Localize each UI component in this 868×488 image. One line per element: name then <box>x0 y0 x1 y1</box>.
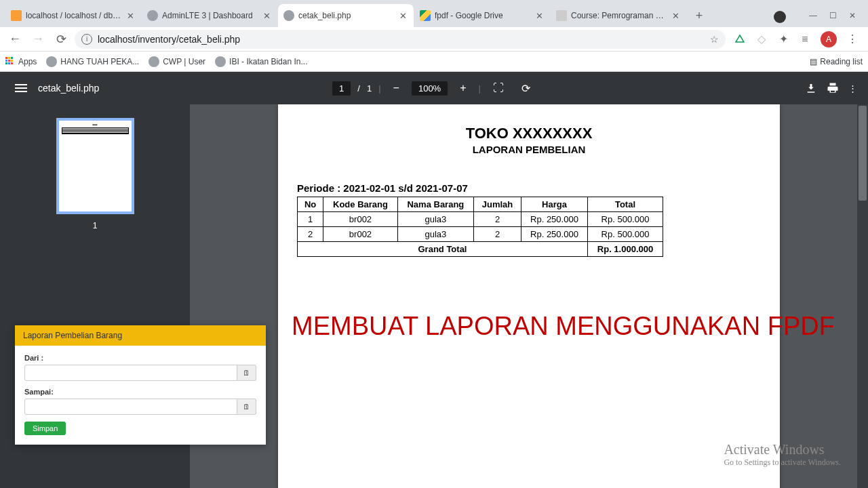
print-button[interactable] <box>827 82 839 94</box>
drive-icon[interactable] <box>734 33 746 45</box>
rotate-button[interactable]: ⟳ <box>516 78 536 99</box>
windows-watermark: Activate Windows Go to Settings to activ… <box>724 442 841 468</box>
form-panel: Laporan Pembelian Barang Dari : 🗓 Sampai… <box>15 325 266 445</box>
label-sampai: Sampai: <box>24 388 256 396</box>
favicon <box>556 10 567 21</box>
download-button[interactable] <box>805 82 817 94</box>
report-title: TOKO XXXXXXXX <box>285 125 773 142</box>
close-icon[interactable]: ✕ <box>262 11 272 21</box>
zoom-value[interactable]: 100% <box>412 81 448 96</box>
report-table: No Kode Barang Nama Barang Jumlah Harga … <box>297 197 663 257</box>
caption-overlay: MEMBUAT LAPORAN MENGGUNAKAN FPDF <box>292 312 835 341</box>
table-row: 1 br002 gula3 2 Rp. 250.000 Rp. 500.000 <box>298 212 663 227</box>
bookmark-item[interactable]: HANG TUAH PEKA... <box>46 56 139 67</box>
bookmark-item[interactable]: IBI - Ikatan Bidan In... <box>215 56 307 67</box>
svg-marker-0 <box>736 35 744 42</box>
tab-label: fpdf - Google Drive <box>435 11 530 20</box>
apps-grid-icon <box>5 57 15 66</box>
watermark-subtitle: Go to Settings to activate Windows. <box>724 458 841 468</box>
globe-icon <box>283 10 294 21</box>
tab-strip: localhost / localhost / dbbar... ✕ Admin… <box>0 0 868 27</box>
kebab-menu-icon[interactable]: ⋮ <box>846 33 859 45</box>
tab-label: cetak_beli.php <box>298 11 394 20</box>
maximize-button[interactable]: ☐ <box>829 11 837 23</box>
extensions-icon[interactable]: ✦ <box>777 33 789 45</box>
reading-list[interactable]: ▤ Reading list <box>810 57 863 66</box>
page-area[interactable]: TOKO XXXXXXXX LAPORAN PEMBELIAN Periode … <box>190 104 868 488</box>
input-sampai[interactable] <box>24 399 237 415</box>
close-icon[interactable]: ✕ <box>398 11 408 21</box>
forward-button[interactable]: → <box>28 30 47 49</box>
col-nama: Nama Barang <box>397 197 474 212</box>
apps-shortcut[interactable]: Apps <box>5 57 37 66</box>
toolbar-right: ◇ ✦ ≡ A ⋮ <box>730 31 863 47</box>
back-button[interactable]: ← <box>5 30 24 49</box>
tab-label: Course: Pemrograman Web 2 <box>571 11 667 20</box>
globe-icon <box>149 56 159 67</box>
col-jumlah: Jumlah <box>474 197 521 212</box>
bookmark-item[interactable]: CWP | User <box>149 56 205 67</box>
table-row: 2 br002 gula3 2 Rp. 250.000 Rp. 500.000 <box>298 227 663 242</box>
tab-label: localhost / localhost / dbbar... <box>26 11 121 20</box>
apps-label: Apps <box>18 57 37 66</box>
more-menu-button[interactable]: ⋮ <box>848 83 857 94</box>
scrollbar[interactable] <box>857 104 868 488</box>
calendar-icon[interactable]: 🗓 <box>237 365 256 381</box>
address-bar: ← → ⟳ i localhost/inventory/cetak_beli.p… <box>0 27 868 52</box>
globe-icon <box>215 56 226 67</box>
input-dari[interactable] <box>24 365 237 381</box>
watermark-title: Activate Windows <box>724 442 841 458</box>
close-icon[interactable]: ✕ <box>671 11 681 21</box>
globe-icon <box>147 10 158 21</box>
shield-icon[interactable]: ◇ <box>755 33 768 45</box>
pdf-filename: cetak_beli.php <box>38 83 99 94</box>
tab-cetak-beli[interactable]: cetak_beli.php ✕ <box>278 4 414 27</box>
bookmark-label: IBI - Ikatan Bidan In... <box>229 57 307 66</box>
col-no: No <box>298 197 323 212</box>
new-tab-button[interactable]: + <box>690 6 709 25</box>
site-info-icon[interactable]: i <box>81 34 92 45</box>
tab-phpmyadmin[interactable]: localhost / localhost / dbbar... ✕ <box>5 4 141 27</box>
zoom-in-button[interactable]: + <box>454 78 471 98</box>
grand-total-row: Grand Total Rp. 1.000.000 <box>298 242 663 257</box>
report-subtitle: LAPORAN PEMBELIAN <box>285 144 773 155</box>
page-thumbnail[interactable]: ■■■■ <box>56 118 134 214</box>
tab-fpdf-drive[interactable]: fpdf - Google Drive ✕ <box>414 4 550 27</box>
minimize-button[interactable]: — <box>809 11 817 23</box>
bookmarks-bar: Apps HANG TUAH PEKA... CWP | User IBI - … <box>0 52 868 72</box>
reload-button[interactable]: ⟳ <box>52 30 71 49</box>
thumbnail-page-number: 1 <box>93 221 98 230</box>
page-current-input[interactable]: 1 <box>332 81 351 96</box>
page-total: 1 <box>367 83 372 94</box>
zoom-out-button[interactable]: − <box>388 78 405 98</box>
drive-icon <box>420 10 431 21</box>
close-icon[interactable]: ✕ <box>125 11 136 21</box>
calendar-icon[interactable]: 🗓 <box>237 399 256 415</box>
bookmark-label: HANG TUAH PEKA... <box>60 57 139 66</box>
close-icon[interactable]: ✕ <box>534 11 545 21</box>
tab-course-web[interactable]: Course: Pemrograman Web 2 ✕ <box>551 4 686 27</box>
col-kode: Kode Barang <box>323 197 397 212</box>
tab-adminlte[interactable]: AdminLTE 3 | Dashboard ✕ <box>142 4 277 27</box>
label-dari: Dari : <box>24 354 256 362</box>
playlist-icon[interactable]: ≡ <box>799 33 811 45</box>
profile-icon[interactable] <box>774 11 786 23</box>
bookmark-star-icon[interactable]: ☆ <box>710 34 719 45</box>
window-controls: — ☐ ✕ <box>774 11 863 27</box>
list-icon: ▤ <box>810 57 817 66</box>
url-text: localhost/inventory/cetak_beli.php <box>98 34 240 45</box>
bookmark-label: CWP | User <box>163 57 205 66</box>
url-field[interactable]: i localhost/inventory/cetak_beli.php ☆ <box>75 30 726 49</box>
pdf-page: TOKO XXXXXXXX LAPORAN PEMBELIAN Periode … <box>278 104 780 488</box>
col-harga: Harga <box>521 197 587 212</box>
report-period: Periode : 2021-02-01 s/d 2021-07-07 <box>297 182 773 194</box>
sidebar-toggle-button[interactable] <box>11 80 31 96</box>
favicon <box>11 10 22 21</box>
form-title: Laporan Pembelian Barang <box>15 325 266 346</box>
tab-label: AdminLTE 3 | Dashboard <box>162 11 258 20</box>
pdf-toolbar: cetak_beli.php 1 / 1 | − 100% + | ⛶ ⟳ ⋮ <box>0 72 868 104</box>
account-avatar[interactable]: A <box>821 31 837 47</box>
simpan-button[interactable]: Simpan <box>24 422 66 435</box>
close-button[interactable]: ✕ <box>849 11 856 23</box>
fit-page-button[interactable]: ⛶ <box>488 78 509 98</box>
